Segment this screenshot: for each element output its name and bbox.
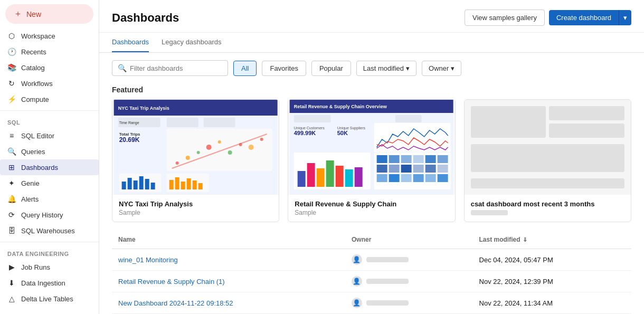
retail-card-subtitle: Sample (295, 209, 448, 216)
dashboards-table: Name Owner Last modified ⇓ (112, 231, 631, 314)
sidebar-item-data-ingestion[interactable]: ⬇ Data Ingestion (0, 275, 99, 291)
featured-section-label: Featured (99, 83, 644, 99)
sidebar-item-job-runs[interactable]: ▶ Job Runs (0, 259, 99, 275)
featured-card-csat[interactable]: csat dashboard most recent 3 months (464, 99, 631, 222)
filter-favorites-button[interactable]: Favorites (262, 61, 306, 76)
sidebar-item-sql-editor[interactable]: ≡ SQL Editor (0, 128, 99, 144)
csat-row-1 (471, 106, 624, 138)
row-2-name-link[interactable]: Retail Revenue & Supply Chain (1) (118, 278, 225, 286)
svg-point-12 (197, 151, 200, 154)
sql-warehouses-icon: 🗄 (7, 226, 16, 235)
owner-name-placeholder-3 (366, 300, 409, 306)
filter-popular-button[interactable]: Popular (311, 61, 351, 76)
dashboards-icon: ⊞ (7, 163, 16, 172)
query-history-icon: ⟳ (7, 211, 16, 219)
sidebar-item-workflows[interactable]: ↻ Workflows (0, 75, 99, 91)
sidebar-item-catalog[interactable]: 📚 Catalog (0, 60, 99, 75)
svg-rect-57 (425, 155, 436, 163)
owner-name-placeholder-1 (366, 257, 409, 262)
search-input[interactable] (130, 64, 222, 72)
csat-box-2 (549, 106, 624, 120)
svg-point-11 (186, 156, 190, 160)
page-title: Dashboards (112, 11, 179, 25)
recents-icon: 🕐 (7, 47, 16, 56)
main-content: Dashboards View samples gallery Create d… (99, 0, 644, 314)
table-row: wine_01 Monitoring 👤 Dec 04, 2024, 05:47… (112, 249, 631, 271)
delta-live-tables-icon: △ (7, 294, 16, 303)
svg-rect-48 (326, 160, 334, 187)
genie-icon: ✦ (7, 179, 16, 187)
svg-rect-23 (134, 180, 138, 189)
col-name-header: Name (112, 231, 345, 249)
svg-rect-65 (377, 174, 387, 182)
retail-card-title: Retail Revenue & Supply Chain (295, 200, 448, 208)
table-row: New Dashboard 2024-11-22 09:18:52 👤 Nov … (112, 292, 631, 314)
csat-card-title: csat dashboard most recent 3 months (471, 200, 624, 208)
svg-point-15 (228, 150, 232, 155)
sidebar-item-compute[interactable]: ⚡ Compute (0, 91, 99, 107)
sidebar-item-recents[interactable]: 🕐 Recents (0, 44, 99, 60)
svg-rect-70 (438, 174, 448, 182)
sidebar-item-sql-warehouses[interactable]: 🗄 SQL Warehouses (0, 223, 99, 239)
sidebar-item-query-history[interactable]: ⟳ Query History (0, 207, 99, 223)
sidebar-item-delta-live-tables[interactable]: △ Delta Live Tables (0, 291, 99, 307)
sidebar-item-queries[interactable]: 🔍 Queries (0, 144, 99, 159)
svg-point-18 (260, 138, 263, 141)
svg-rect-47 (317, 168, 325, 187)
tab-dashboards[interactable]: Dashboards (112, 33, 149, 52)
svg-point-14 (218, 140, 221, 144)
queries-icon: 🔍 (7, 147, 16, 156)
featured-card-nyc[interactable]: NYC Taxi Trip Analysis Time Range Total … (112, 99, 279, 222)
main-header: Dashboards View samples gallery Create d… (99, 0, 644, 33)
create-dashboard-caret-button[interactable]: ▾ (619, 10, 631, 25)
svg-text:20.69K: 20.69K (119, 136, 140, 144)
sql-section-label: SQL (0, 114, 99, 128)
row-2-name-cell: Retail Revenue & Supply Chain (1) (112, 271, 345, 292)
catalog-icon: 📚 (7, 63, 16, 72)
svg-rect-64 (438, 165, 448, 173)
row-1-name-link[interactable]: wine_01 Monitoring (118, 256, 178, 264)
chevron-down-icon-2: ▾ (451, 64, 454, 72)
svg-rect-66 (389, 174, 400, 182)
alerts-icon: 🔔 (7, 195, 16, 203)
last-modified-dropdown[interactable]: Last modified ▾ (356, 61, 416, 76)
svg-rect-5 (167, 118, 198, 127)
row-2-owner-cell: 👤 (345, 271, 473, 292)
featured-card-retail[interactable]: Retail Revenue & Supply Chain Overview U… (288, 99, 455, 222)
svg-rect-60 (389, 165, 400, 173)
svg-rect-69 (425, 174, 436, 182)
sidebar-item-workspace[interactable]: ⬡ Workspace (0, 28, 99, 44)
tab-legacy-dashboards[interactable]: Legacy dashboards (162, 33, 221, 52)
sidebar-item-dashboards[interactable]: ⊞ Dashboards (0, 159, 99, 175)
owner-dropdown[interactable]: Owner ▾ (422, 61, 461, 76)
view-samples-gallery-button[interactable]: View samples gallery (465, 9, 545, 26)
sidebar-item-alerts[interactable]: 🔔 Alerts (0, 191, 99, 207)
row-3-name-cell: New Dashboard 2024-11-22 09:18:52 (112, 292, 345, 314)
svg-rect-29 (175, 177, 179, 189)
owner-name-placeholder-2 (366, 279, 409, 284)
retail-thumbnail: Retail Revenue & Supply Chain Overview U… (288, 100, 454, 195)
search-box[interactable]: 🔍 (112, 60, 228, 76)
col-last-modified-header[interactable]: Last modified ⇓ (473, 231, 631, 249)
featured-grid: NYC Taxi Trip Analysis Time Range Total … (99, 99, 644, 231)
csat-wide-box (471, 144, 624, 172)
csat-card-info: csat dashboard most recent 3 months (465, 195, 631, 221)
filter-all-button[interactable]: All (233, 61, 257, 76)
svg-rect-28 (169, 180, 174, 189)
create-dashboard-button[interactable]: Create dashboard (549, 10, 619, 25)
svg-rect-59 (377, 165, 387, 173)
nyc-thumbnail: NYC Taxi Trip Analysis Time Range Total … (112, 100, 279, 195)
csat-thin-box (471, 178, 624, 188)
svg-rect-24 (139, 176, 144, 189)
svg-rect-45 (298, 171, 306, 187)
table-row: Retail Revenue & Supply Chain (1) 👤 Nov … (112, 271, 631, 292)
new-button[interactable]: ＋ New (5, 4, 93, 24)
chevron-down-icon: ▾ (406, 64, 410, 72)
svg-rect-46 (307, 163, 315, 187)
retail-card-info: Retail Revenue & Supply Chain Sample (288, 195, 454, 222)
row-3-name-link[interactable]: New Dashboard 2024-11-22 09:18:52 (118, 299, 233, 307)
sidebar: ＋ New ⬡ Workspace 🕐 Recents 📚 Catalog ↻ … (0, 0, 99, 314)
svg-rect-56 (413, 155, 424, 163)
sidebar-item-genie[interactable]: ✦ Genie (0, 175, 99, 191)
svg-rect-51 (355, 167, 363, 187)
